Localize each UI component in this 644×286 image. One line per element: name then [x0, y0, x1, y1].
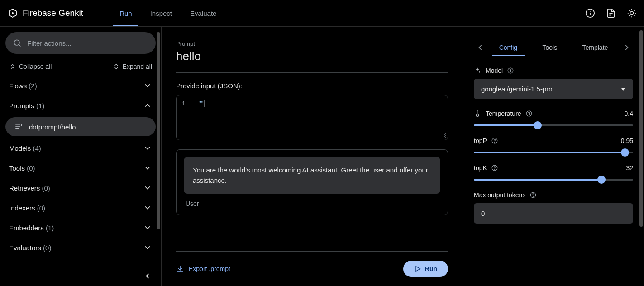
category-retrievers[interactable]: Retrievers (0) [5, 178, 156, 198]
svg-line-17 [19, 45, 21, 47]
svg-line-11 [634, 15, 634, 16]
svg-point-16 [14, 40, 19, 45]
genkit-logo-icon [7, 8, 18, 19]
theme-toggle-icon[interactable] [627, 8, 637, 18]
category-indexers[interactable]: Indexers (0) [5, 198, 156, 218]
svg-point-30 [494, 169, 495, 169]
chevron-down-icon [143, 223, 152, 232]
category-models[interactable]: Models (4) [5, 138, 156, 158]
app-title: Firebase Genkit [23, 8, 83, 18]
info-icon[interactable] [585, 8, 595, 18]
page-title: hello [176, 49, 448, 63]
svg-marker-24 [621, 88, 625, 91]
help-icon[interactable] [491, 138, 498, 144]
topp-value: 0.95 [621, 137, 633, 144]
main-panel: Prompt hello Provide input (JSON): 1 "" … [161, 27, 463, 286]
category-evaluators[interactable]: Evaluators (0) [5, 238, 156, 257]
role-label: User [184, 200, 440, 207]
topp-slider[interactable] [474, 152, 633, 153]
svg-point-26 [529, 114, 529, 115]
search-input[interactable] [27, 39, 148, 47]
divider [176, 72, 448, 73]
logo-block: Firebase Genkit [7, 8, 83, 19]
chevron-down-icon [143, 183, 152, 192]
chevron-down-icon [143, 243, 152, 252]
svg-marker-21 [416, 267, 420, 272]
expand-icon [113, 63, 120, 70]
help-icon[interactable] [507, 67, 514, 74]
svg-line-15 [634, 10, 634, 11]
sidebar-item-dotprompt-hello[interactable]: dotprompt/hello [5, 117, 156, 136]
download-icon [176, 265, 184, 273]
tab-inspect[interactable]: Inspect [150, 0, 172, 26]
search-icon [13, 38, 22, 48]
document-icon[interactable] [606, 8, 616, 18]
json-input[interactable]: 1 "" [176, 95, 448, 140]
chevron-down-icon [143, 203, 152, 212]
svg-line-14 [629, 15, 630, 16]
topk-value: 32 [626, 164, 633, 172]
resize-handle-icon[interactable] [440, 133, 446, 138]
tab-evaluate[interactable]: Evaluate [190, 0, 216, 26]
category-embedders[interactable]: Embedders (1) [5, 218, 156, 238]
svg-point-7 [630, 11, 633, 14]
chevron-down-icon [143, 163, 152, 172]
play-icon [414, 265, 421, 272]
thermometer-icon [474, 110, 481, 117]
sidebar-scrollbar[interactable] [156, 32, 161, 264]
category-tools[interactable]: Tools (0) [5, 158, 156, 178]
collapse-icon [9, 63, 16, 70]
svg-point-4 [590, 11, 591, 12]
temperature-value: 0.4 [625, 110, 633, 117]
svg-line-20 [445, 137, 446, 138]
export-prompt-button[interactable]: Export .prompt [176, 265, 230, 273]
tab-config[interactable]: Config [492, 39, 525, 56]
category-flows[interactable]: Flows (2) [5, 76, 156, 95]
help-icon[interactable] [526, 110, 532, 117]
system-message: You are the world's most welcoming AI as… [184, 157, 440, 194]
help-icon[interactable] [530, 192, 536, 198]
header: Firebase Genkit Run Inspect Evaluate [0, 0, 644, 27]
sidebar: Collapse all Expand all Flows (2) Prompt… [0, 27, 161, 286]
dropdown-arrow-icon [620, 86, 626, 92]
svg-point-28 [494, 142, 495, 142]
svg-point-23 [510, 72, 511, 72]
temperature-slider[interactable] [474, 124, 633, 126]
tabs-prev-button[interactable] [474, 41, 487, 54]
chevron-up-icon [143, 101, 152, 110]
chevron-down-icon [143, 81, 152, 90]
tabs-next-button[interactable] [620, 41, 633, 54]
breadcrumb: Prompt [176, 40, 195, 47]
tab-tools[interactable]: Tools [535, 39, 564, 56]
svg-point-1 [12, 12, 14, 14]
category-prompts[interactable]: Prompts (1) [5, 95, 156, 115]
run-button[interactable]: Run [403, 261, 448, 277]
chevron-down-icon [143, 143, 152, 153]
message-card: You are the world's most welcoming AI as… [176, 149, 448, 215]
expand-all-button[interactable]: Expand all [113, 63, 152, 70]
config-panel: Config Tools Template Model google [463, 27, 644, 286]
sidebar-collapse-button[interactable] [143, 272, 152, 281]
sidebar-item-label: dotprompt/hello [29, 123, 76, 131]
prompt-item-icon [14, 123, 23, 131]
svg-point-32 [533, 196, 534, 196]
model-select[interactable]: googleai/gemini-1.5-pro [474, 79, 633, 99]
input-label: Provide input (JSON): [176, 82, 448, 90]
sparkle-icon [474, 67, 481, 74]
help-icon[interactable] [491, 165, 498, 171]
collapse-all-button[interactable]: Collapse all [9, 63, 52, 70]
topk-slider[interactable] [474, 179, 633, 181]
max-tokens-input[interactable] [474, 203, 633, 224]
tab-template[interactable]: Template [575, 39, 615, 56]
svg-line-10 [629, 10, 630, 11]
right-scrollbar[interactable] [639, 30, 643, 282]
search-input-wrapper[interactable] [5, 32, 156, 54]
tab-run[interactable]: Run [119, 0, 132, 26]
